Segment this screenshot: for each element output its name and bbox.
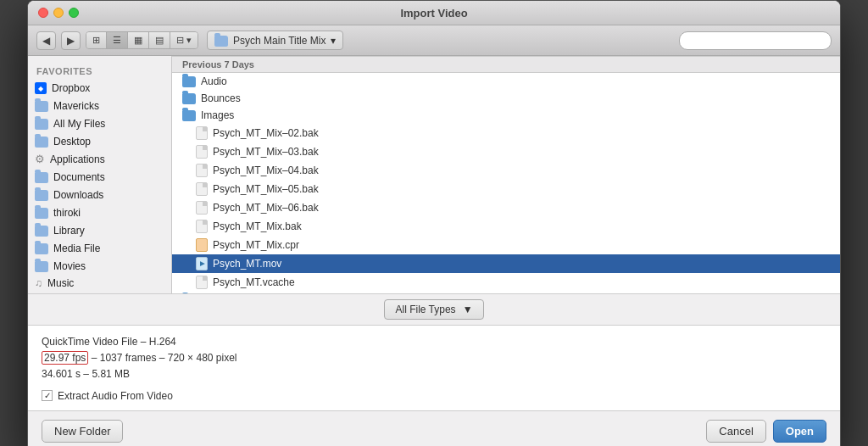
search-input[interactable] bbox=[679, 31, 832, 50]
music-icon: ♫ bbox=[35, 277, 42, 289]
extract-audio-label: Extract Audio From Video bbox=[58, 390, 173, 402]
sidebar-item-dropbox[interactable]: ◆ Dropbox bbox=[28, 80, 171, 97]
path-dropdown-arrow: ▾ bbox=[331, 35, 336, 47]
list-item[interactable]: Psych_MT_Mix.cpr bbox=[172, 236, 840, 254]
title-bar: Import Video bbox=[28, 1, 840, 25]
list-item[interactable]: Track Pictures bbox=[172, 292, 840, 293]
view-mode-buttons: ⊞ ☰ ▦ ▤ ⊟ ▾ bbox=[86, 31, 198, 49]
action-bar: New Folder Cancel Open bbox=[28, 411, 840, 446]
file-name: Psych_MT_Mix–04.bak bbox=[213, 164, 319, 176]
info-line1: QuickTime Video File – H.264 bbox=[42, 334, 826, 350]
file-name: Audio bbox=[201, 75, 227, 87]
info-text-line2-rest: – 1037 frames – 720 × 480 pixel bbox=[88, 352, 236, 364]
maximize-button[interactable] bbox=[69, 8, 79, 18]
sidebar-label-thiroki: thiroki bbox=[53, 207, 81, 219]
file-name: Psych_MT.vcache bbox=[213, 276, 295, 288]
list-view-button[interactable]: ☰ bbox=[107, 32, 128, 48]
cpr-icon bbox=[196, 238, 208, 252]
arrange-button[interactable]: ⊟ ▾ bbox=[170, 32, 198, 48]
doc-icon bbox=[196, 220, 208, 233]
info-line3: 34.601 s – 5.81 MB bbox=[42, 366, 826, 382]
path-folder-icon bbox=[214, 36, 228, 47]
cancel-button[interactable]: Cancel bbox=[706, 420, 765, 443]
doc-icon bbox=[196, 145, 208, 159]
folder-icon bbox=[182, 93, 196, 104]
folder-icon-all-my-files bbox=[35, 119, 48, 130]
list-item-selected[interactable]: ▶ Psych_MT.mov bbox=[172, 254, 840, 273]
info-text-line1: QuickTime Video File – H.264 bbox=[42, 336, 176, 348]
sidebar-item-mavericks[interactable]: Mavericks bbox=[28, 97, 171, 114]
minimize-button[interactable] bbox=[53, 8, 64, 18]
list-item[interactable]: Audio bbox=[172, 73, 840, 90]
file-name: Psych_MT_Mix–03.bak bbox=[213, 146, 319, 158]
sidebar-item-desktop[interactable]: Desktop bbox=[28, 132, 171, 150]
close-button[interactable] bbox=[38, 8, 48, 18]
sidebar-item-music[interactable]: ♫ Music bbox=[28, 275, 171, 292]
open-button[interactable]: Open bbox=[773, 420, 826, 443]
info-line2: 29.97 fps – 1037 frames – 720 × 480 pixe… bbox=[42, 350, 826, 366]
folder-icon-movies bbox=[35, 261, 48, 272]
sidebar-item-applications[interactable]: ⚙ Applications bbox=[28, 150, 171, 168]
sidebar-item-movies[interactable]: Movies bbox=[28, 257, 171, 275]
sidebar-label-applications: Applications bbox=[50, 153, 105, 165]
extract-audio-row: ✓ Extract Audio From Video bbox=[42, 390, 826, 402]
path-selector[interactable]: Psych Main Title Mix ▾ bbox=[207, 31, 343, 50]
folder-icon-thiroki bbox=[35, 208, 48, 219]
icon-view-button[interactable]: ⊞ bbox=[86, 32, 107, 48]
doc-icon bbox=[196, 164, 208, 177]
back-button[interactable]: ◀ bbox=[36, 31, 56, 50]
sidebar-item-all-my-files[interactable]: All My Files bbox=[28, 114, 171, 132]
doc-icon bbox=[196, 126, 208, 140]
folder-icon-documents bbox=[35, 172, 48, 183]
folder-icon bbox=[182, 110, 196, 121]
list-item[interactable]: Images bbox=[172, 107, 840, 124]
sidebar-item-downloads[interactable]: Downloads bbox=[28, 186, 171, 203]
list-item[interactable]: Psych_MT_Mix–04.bak bbox=[172, 161, 840, 180]
list-item[interactable]: Psych_MT_Mix–02.bak bbox=[172, 124, 840, 142]
list-item[interactable]: Psych_MT.vcache bbox=[172, 273, 840, 292]
sidebar-label-all-my-files: All My Files bbox=[53, 118, 105, 130]
file-name: Psych_MT_Mix–06.bak bbox=[213, 202, 319, 214]
path-label: Psych Main Title Mix bbox=[233, 35, 326, 47]
file-name: Psych_MT.mov bbox=[213, 258, 281, 270]
file-name: Psych_MT_Mix.bak bbox=[213, 220, 302, 232]
folder-icon-downloads bbox=[35, 190, 48, 201]
file-name: Bounces bbox=[201, 92, 241, 104]
sidebar-label-media-file: Media File bbox=[53, 243, 100, 254]
dropbox-icon: ◆ bbox=[35, 82, 47, 94]
sidebar-label-dropbox: Dropbox bbox=[52, 82, 90, 94]
traffic-lights bbox=[38, 8, 79, 18]
file-type-selector[interactable]: All File Types ▼ bbox=[384, 299, 483, 320]
sidebar: FAVORITES ◆ Dropbox Mavericks All My Fil… bbox=[28, 56, 172, 293]
column-view-button[interactable]: ▦ bbox=[128, 32, 149, 48]
list-item[interactable]: Psych_MT_Mix–05.bak bbox=[172, 180, 840, 198]
folder-icon-mavericks bbox=[35, 101, 48, 112]
sidebar-item-media-file[interactable]: Media File bbox=[28, 239, 171, 257]
new-folder-button[interactable]: New Folder bbox=[42, 420, 123, 443]
sidebar-label-desktop: Desktop bbox=[53, 136, 91, 148]
folder-icon bbox=[182, 76, 196, 87]
extract-audio-checkbox[interactable]: ✓ bbox=[42, 390, 53, 401]
sidebar-item-documents[interactable]: Documents bbox=[28, 168, 171, 186]
main-content: FAVORITES ◆ Dropbox Mavericks All My Fil… bbox=[28, 56, 840, 293]
sidebar-label-movies: Movies bbox=[53, 260, 86, 272]
list-item[interactable]: Psych_MT_Mix–06.bak bbox=[172, 198, 840, 217]
file-list: Previous 7 Days Audio Bounces Images Psy… bbox=[172, 56, 840, 293]
file-name: Psych_MT_Mix.cpr bbox=[213, 239, 299, 251]
list-item[interactable]: Psych_MT_Mix.bak bbox=[172, 217, 840, 236]
sidebar-label-music: Music bbox=[47, 277, 74, 289]
sidebar-item-library[interactable]: Library bbox=[28, 221, 171, 239]
fps-value: 29.97 fps bbox=[42, 351, 88, 365]
sidebar-item-thiroki[interactable]: thiroki bbox=[28, 203, 171, 221]
sidebar-label-library: Library bbox=[53, 225, 85, 237]
list-item[interactable]: Psych_MT_Mix–03.bak bbox=[172, 142, 840, 161]
folder-icon-media-file bbox=[35, 243, 48, 254]
doc-icon bbox=[196, 201, 208, 215]
import-video-dialog: Import Video ◀ ▶ ⊞ ☰ ▦ ▤ ⊟ ▾ Psych Main … bbox=[27, 0, 841, 446]
list-item[interactable]: Bounces bbox=[172, 90, 840, 107]
forward-button[interactable]: ▶ bbox=[61, 31, 81, 50]
gear-icon-applications: ⚙ bbox=[35, 153, 45, 165]
sidebar-label-mavericks: Mavericks bbox=[53, 100, 99, 112]
file-name: Psych_MT_Mix–05.bak bbox=[213, 183, 319, 195]
coverflow-view-button[interactable]: ▤ bbox=[149, 32, 170, 48]
